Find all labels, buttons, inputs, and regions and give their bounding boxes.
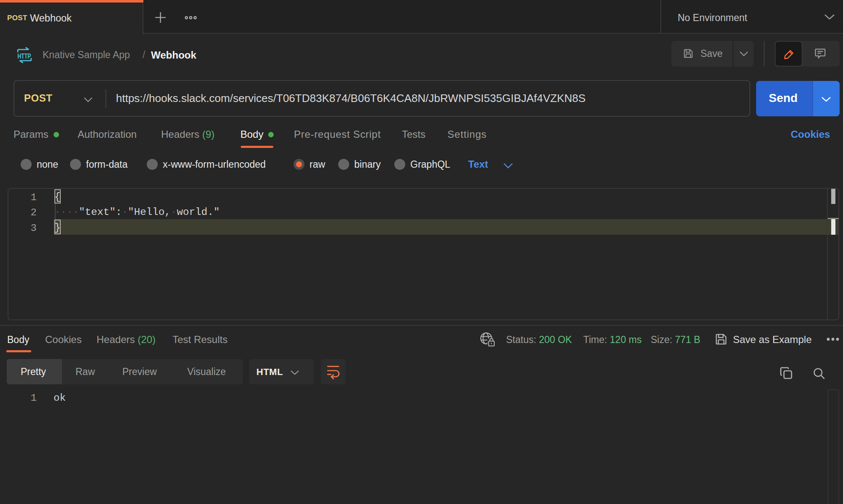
svg-text:HTTP: HTTP <box>18 53 31 60</box>
